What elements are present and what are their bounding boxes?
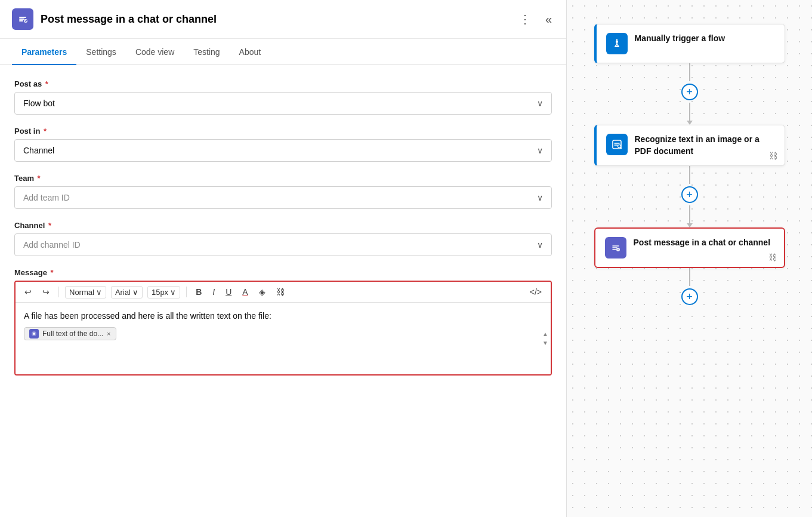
- undo-button[interactable]: ↩: [21, 285, 35, 298]
- toolbar-divider-2: [186, 287, 187, 297]
- more-options-button[interactable]: ⋮: [517, 10, 533, 29]
- connector-3: +: [681, 268, 698, 307]
- post-in-chevron: ∨: [537, 146, 543, 155]
- scrollbar: ▲ ▼: [542, 331, 548, 346]
- toolbar-divider-1: [58, 287, 59, 297]
- editor-text: A file has been processed and here is al…: [24, 310, 542, 322]
- left-panel: Post message in a chat or channel ⋮ « Pa…: [0, 0, 567, 517]
- connector-line-1: [689, 63, 690, 81]
- channel-field: Channel * Add channel ID ∨: [14, 221, 552, 256]
- panel-app-icon: [12, 8, 33, 30]
- tab-about[interactable]: About: [230, 39, 271, 65]
- connector-line-5: [689, 268, 690, 286]
- connector-line-2: [689, 103, 690, 121]
- channel-select[interactable]: Add channel ID ∨: [14, 233, 552, 256]
- size-select[interactable]: 15px ∨: [147, 286, 180, 298]
- message-label: Message *: [14, 268, 552, 277]
- tab-codeview[interactable]: Code view: [126, 39, 184, 65]
- recognize-card-title: Recognize text in an image or a PDF docu…: [635, 134, 775, 157]
- underline-button[interactable]: U: [223, 285, 234, 298]
- svg-point-3: [616, 41, 618, 43]
- scroll-down-icon: ▼: [542, 340, 548, 346]
- editor-content[interactable]: A file has been processed and here is al…: [16, 303, 551, 374]
- connector-arrow-2: [687, 223, 693, 227]
- link-button[interactable]: ⛓: [273, 285, 288, 298]
- panel-header: Post message in a chat or channel ⋮ «: [0, 0, 566, 39]
- header-actions: ⋮ «: [517, 10, 554, 29]
- token-close-button[interactable]: ×: [107, 330, 110, 337]
- flow-card-post-message[interactable]: Post message in a chat or channel ⛓: [594, 227, 785, 268]
- post-in-label: Post in *: [14, 127, 552, 136]
- collapse-button[interactable]: «: [543, 10, 554, 29]
- right-panel: Manually trigger a flow + Recognize text…: [567, 0, 812, 517]
- flow-container: Manually trigger a flow + Recognize text…: [594, 24, 785, 307]
- team-select[interactable]: Add team ID ∨: [14, 186, 552, 209]
- tab-parameters[interactable]: Parameters: [12, 39, 76, 65]
- connector-1: +: [681, 63, 698, 125]
- tab-settings[interactable]: Settings: [76, 39, 126, 65]
- trigger-card-icon: [606, 33, 628, 54]
- message-editor: ↩ ↪ Normal ∨ Arial ∨ 15px ∨: [14, 281, 552, 376]
- text-color-button[interactable]: A: [239, 285, 251, 298]
- italic-button[interactable]: I: [209, 285, 218, 298]
- scroll-up-icon: ▲: [542, 331, 548, 337]
- style-label: Normal: [69, 288, 94, 297]
- connector-2: +: [681, 166, 698, 227]
- token-badge[interactable]: Full text of the do... ×: [24, 327, 116, 340]
- redo-button[interactable]: ↪: [39, 285, 53, 298]
- add-step-button-1[interactable]: +: [681, 84, 698, 100]
- font-label: Arial: [115, 288, 131, 297]
- style-select[interactable]: Normal ∨: [65, 286, 106, 298]
- panel-title: Post message in a chat or channel: [41, 13, 510, 26]
- svg-point-1: [24, 19, 27, 23]
- post-message-card-icon: [605, 237, 626, 258]
- highlight-button[interactable]: ◈: [256, 285, 268, 298]
- team-label: Team *: [14, 174, 552, 183]
- connector-line-4: [689, 205, 690, 223]
- team-field: Team * Add team ID ∨: [14, 174, 552, 209]
- team-chevron: ∨: [537, 193, 543, 202]
- code-button[interactable]: </>: [527, 285, 545, 298]
- flow-card-recognize[interactable]: Recognize text in an image or a PDF docu…: [594, 125, 785, 166]
- size-chevron-icon: ∨: [170, 288, 176, 297]
- style-chevron-icon: ∨: [96, 288, 102, 297]
- editor-toolbar: ↩ ↪ Normal ∨ Arial ∨ 15px ∨: [16, 282, 551, 303]
- tabs-bar: Parameters Settings Code view Testing Ab…: [0, 39, 566, 65]
- message-field: Message * ↩ ↪ Normal ∨ Arial ∨: [14, 268, 552, 376]
- font-chevron-icon: ∨: [132, 288, 138, 297]
- font-select[interactable]: Arial ∨: [111, 286, 143, 298]
- flow-card-trigger[interactable]: Manually trigger a flow: [594, 24, 785, 63]
- post-as-label: Post as *: [14, 79, 552, 88]
- token-text: Full text of the do...: [42, 330, 103, 338]
- post-as-select[interactable]: Flow bot ∨: [14, 92, 552, 115]
- size-label: 15px: [152, 288, 168, 297]
- post-in-field: Post in * Channel ∨: [14, 127, 552, 162]
- post-as-field: Post as * Flow bot ∨: [14, 79, 552, 115]
- channel-label: Channel *: [14, 221, 552, 230]
- add-step-button-3[interactable]: +: [681, 288, 698, 305]
- add-step-button-2[interactable]: +: [681, 186, 698, 203]
- recognize-card-icon: [606, 134, 628, 155]
- connector-line-3: [689, 166, 690, 184]
- form-area: Post as * Flow bot ∨ Post in * Channel ∨…: [0, 65, 566, 517]
- bold-button[interactable]: B: [193, 285, 205, 298]
- post-as-chevron: ∨: [537, 99, 543, 108]
- tab-testing[interactable]: Testing: [184, 39, 229, 65]
- post-message-link-icon: ⛓: [768, 253, 777, 262]
- connector-arrow-1: [687, 121, 693, 125]
- post-message-card-title: Post message in a chat or channel: [634, 237, 771, 249]
- recognize-link-icon: ⛓: [769, 151, 777, 161]
- channel-chevron: ∨: [537, 240, 543, 250]
- trigger-card-title: Manually trigger a flow: [635, 33, 725, 45]
- post-in-select[interactable]: Channel ∨: [14, 139, 552, 162]
- token-icon: [29, 329, 39, 338]
